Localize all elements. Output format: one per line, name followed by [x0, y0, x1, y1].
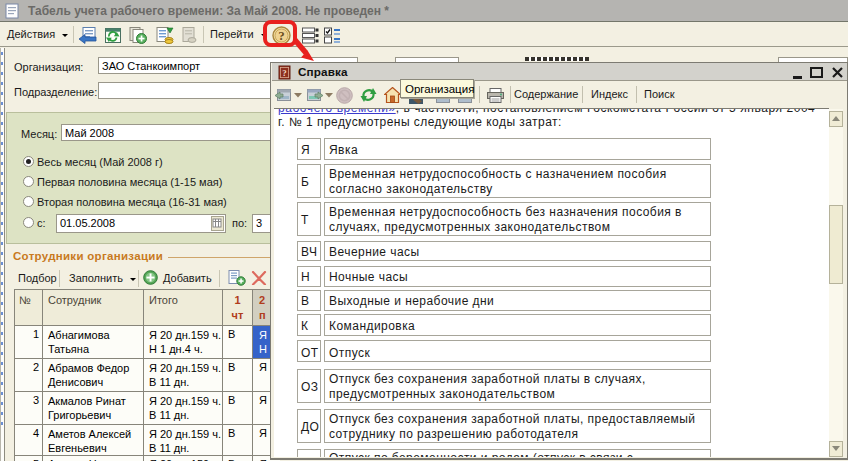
svg-text:?: ? [282, 68, 287, 78]
